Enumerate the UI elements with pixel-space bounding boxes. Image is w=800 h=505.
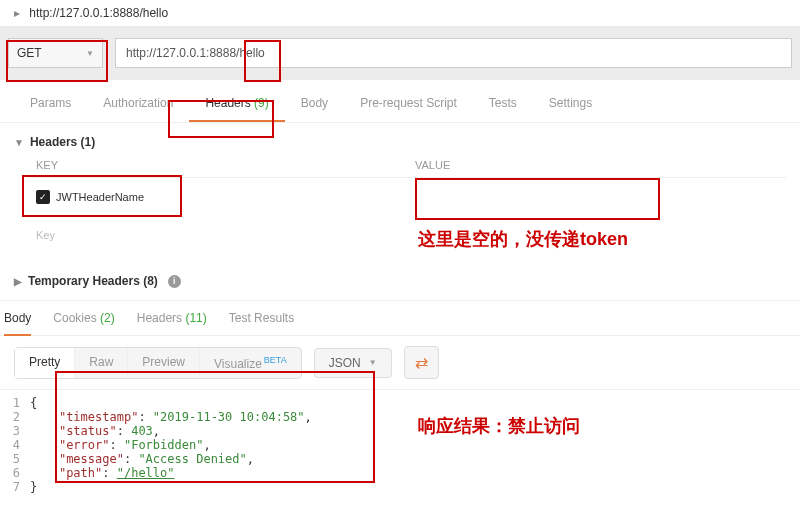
resp-tab-tests[interactable]: Test Results <box>229 311 294 325</box>
code-line: "message": "Access Denied", <box>30 452 800 466</box>
wrap-lines-button[interactable]: ⇄ <box>404 346 439 379</box>
line-number: 4 <box>0 438 30 452</box>
view-raw[interactable]: Raw <box>75 348 128 378</box>
beta-badge: BETA <box>264 355 287 365</box>
temp-headers-toggle[interactable]: ▶ Temporary Headers (8) i <box>14 270 786 292</box>
line-number: 3 <box>0 424 30 438</box>
temp-headers-section: ▶ Temporary Headers (8) i <box>0 262 800 300</box>
code-line: } <box>30 480 800 494</box>
dropdown-caret-icon: ▼ <box>86 49 94 58</box>
request-tabs: Params Authorization Headers (9) Body Pr… <box>0 80 800 123</box>
resp-cookies-count: (2) <box>100 311 115 325</box>
headers-section: ▼ Headers (1) KEY VALUE ✓ JWTHeaderName … <box>0 123 800 262</box>
annotation-text: 这里是空的，没传递token <box>418 227 628 251</box>
url-value: http://127.0.0.1:8888/hello <box>126 46 265 60</box>
code-line: "timestamp": "2019-11-30 10:04:58", <box>30 410 800 424</box>
headers-title: Headers (1) <box>30 135 95 149</box>
dropdown-caret-icon: ▼ <box>369 358 377 367</box>
chevron-down-icon: ▼ <box>14 137 24 148</box>
tab-prerequest[interactable]: Pre-request Script <box>344 88 473 122</box>
resp-tab-headers[interactable]: Headers (11) <box>137 311 207 325</box>
new-header-key-input[interactable]: Key <box>36 222 399 248</box>
format-select[interactable]: JSON ▼ <box>314 348 392 378</box>
chevron-right-icon: ▶ <box>14 276 22 287</box>
visualize-label: Visualize <box>214 357 262 371</box>
resp-headers-count: (11) <box>185 311 206 325</box>
header-value-input[interactable] <box>415 184 778 210</box>
temp-headers-title: Temporary Headers (8) <box>28 274 158 288</box>
title-url: http://127.0.0.1:8888/hello <box>29 6 168 20</box>
response-body[interactable]: 1{ 2 "timestamp": "2019-11-30 10:04:58",… <box>0 390 800 500</box>
tab-headers-label: Headers <box>205 96 250 110</box>
tab-authorization[interactable]: Authorization <box>87 88 189 122</box>
format-label: JSON <box>329 356 361 370</box>
request-bar: GET ▼ http://127.0.0.1:8888/hello <box>0 26 800 80</box>
annotation-text: 响应结果：禁止访问 <box>418 414 580 438</box>
tab-body[interactable]: Body <box>285 88 344 122</box>
header-key-value: JWTHeaderName <box>56 191 144 203</box>
title-bar: ▸ http://127.0.0.1:8888/hello <box>0 0 800 26</box>
line-number: 5 <box>0 452 30 466</box>
header-key-column: KEY <box>28 153 407 178</box>
line-number: 2 <box>0 410 30 424</box>
resp-cookies-label: Cookies <box>53 311 96 325</box>
tab-headers[interactable]: Headers (9) <box>189 88 284 122</box>
code-line: "path": "/hello" <box>30 466 800 480</box>
tab-params[interactable]: Params <box>14 88 87 122</box>
tab-headers-count: (9) <box>254 96 269 110</box>
view-pretty[interactable]: Pretty <box>15 348 75 378</box>
response-toolbar: Pretty Raw Preview VisualizeBETA JSON ▼ … <box>0 336 800 390</box>
resp-headers-label: Headers <box>137 311 182 325</box>
line-number: 7 <box>0 480 30 494</box>
method-label: GET <box>17 46 42 60</box>
resp-tab-body[interactable]: Body <box>4 311 31 336</box>
view-mode-group: Pretty Raw Preview VisualizeBETA <box>14 347 302 379</box>
header-value-column: VALUE <box>407 153 786 178</box>
url-input[interactable]: http://127.0.0.1:8888/hello <box>115 38 792 68</box>
code-line: { <box>30 396 800 410</box>
expand-caret-icon[interactable]: ▸ <box>14 6 20 20</box>
method-select[interactable]: GET ▼ <box>8 38 103 68</box>
header-key-input[interactable]: ✓ JWTHeaderName <box>36 184 399 210</box>
resp-tab-cookies[interactable]: Cookies (2) <box>53 311 114 325</box>
view-visualize[interactable]: VisualizeBETA <box>200 348 301 378</box>
headers-toggle[interactable]: ▼ Headers (1) <box>14 131 786 153</box>
code-line: "status": 403, <box>30 424 800 438</box>
response-tabs: Body Cookies (2) Headers (11) Test Resul… <box>0 300 800 336</box>
checkbox-icon[interactable]: ✓ <box>36 190 50 204</box>
view-preview[interactable]: Preview <box>128 348 200 378</box>
line-number: 6 <box>0 466 30 480</box>
tab-settings[interactable]: Settings <box>533 88 608 122</box>
headers-table: KEY VALUE ✓ JWTHeaderName Key <box>14 153 786 254</box>
tab-tests[interactable]: Tests <box>473 88 533 122</box>
code-line: "error": "Forbidden", <box>30 438 800 452</box>
info-icon[interactable]: i <box>168 275 181 288</box>
line-number: 1 <box>0 396 30 410</box>
